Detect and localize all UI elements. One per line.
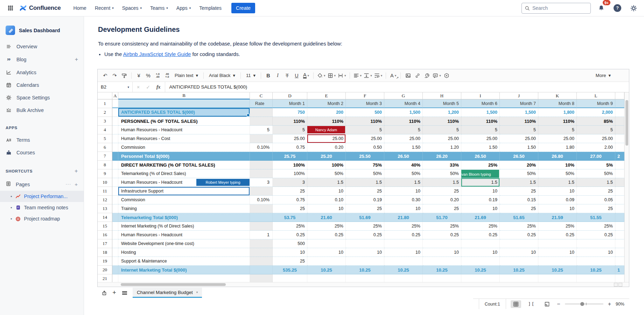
create-button[interactable]: Create	[231, 3, 255, 13]
nav-spaces[interactable]: Spaces▾	[119, 2, 145, 14]
sheet-cell[interactable]	[615, 239, 624, 248]
sheet-cell[interactable]	[615, 257, 624, 266]
sheet-cell[interactable]: 1.5	[307, 178, 346, 187]
sheet-cell[interactable]: 10.25	[384, 266, 423, 274]
sheet-cell[interactable]: 25%	[538, 222, 577, 231]
column-header[interactable]: G	[384, 92, 423, 99]
cancel-edit-icon[interactable]: ×	[137, 84, 140, 90]
sheet-cell[interactable]: 1.50	[500, 143, 538, 152]
zoom-slider-thumb[interactable]	[580, 302, 584, 306]
sheet-cell[interactable]: 10	[538, 248, 577, 257]
insert-link-icon[interactable]	[413, 71, 422, 80]
vertical-align-icon[interactable]: ▾	[363, 71, 373, 80]
settings-button[interactable]	[628, 2, 639, 14]
sheet-cell[interactable]	[615, 248, 624, 257]
selected-cell[interactable]: ANTICIPATED SALES TOTAL $(000)	[118, 108, 250, 117]
sheet-cell[interactable]: Human Resources - Cost	[118, 134, 250, 143]
text-color-icon[interactable]: A▾	[301, 71, 311, 80]
sheet-cell[interactable]: Rate	[250, 99, 273, 108]
sheet-cell[interactable]: Month 1	[273, 99, 307, 108]
sheet-cell[interactable]: 0.25	[273, 231, 307, 239]
sheet-cell[interactable]: 0.25	[346, 231, 384, 239]
sheet-cell[interactable]: 10	[384, 248, 423, 257]
sheet-cell[interactable]	[250, 274, 273, 282]
sheet-cell[interactable]: Month 3	[346, 99, 384, 108]
sheet-cell[interactable]	[423, 257, 461, 266]
sheet-cell[interactable]: 25%	[461, 161, 500, 169]
sheet-cell[interactable]: 50%	[500, 169, 538, 178]
sheet-cell[interactable]: Internet Marketing (% of Direct Sales)	[118, 222, 250, 231]
sheet-cell[interactable]	[250, 161, 273, 169]
sheet-cell[interactable]: DIRECT MARKETING (% OF TOTAL SALES)	[118, 161, 250, 169]
currency-format-icon[interactable]: ¥	[134, 71, 144, 80]
sheet-cell[interactable]: 50%	[307, 169, 346, 178]
sidebar-item-blog[interactable]: ” Blog +	[0, 53, 84, 66]
sheet-cell[interactable]: 110%	[346, 117, 384, 126]
sheet-cell[interactable]	[112, 99, 118, 108]
sheet-cell[interactable]: 51.70	[423, 213, 461, 222]
app-switcher-icon[interactable]	[5, 2, 16, 14]
sheet-cell[interactable]: Month 8	[538, 99, 577, 108]
sheet-cell[interactable]: 25	[273, 204, 307, 213]
row-header[interactable]: 2	[98, 108, 112, 117]
sheet-cell[interactable]: Month 9	[577, 99, 615, 108]
sheet-cell[interactable]: 5	[500, 126, 538, 134]
sheet-cell[interactable]	[307, 257, 346, 266]
horizontal-align-icon[interactable]: ▾	[352, 71, 363, 80]
sheet-cell[interactable]: 50%	[384, 169, 423, 178]
sheet-cell[interactable]: 25	[273, 187, 307, 196]
sheet-cell[interactable]: 25.75	[273, 152, 307, 161]
sheet-cell[interactable]: 1.50	[461, 143, 500, 152]
row-header[interactable]: 9	[98, 169, 112, 178]
sheet-cell[interactable]: 110%	[500, 117, 538, 126]
row-header[interactable]: 12	[98, 196, 112, 204]
sheet-cell[interactable]: 25	[346, 187, 384, 196]
sheet-cell[interactable]: 10%	[538, 161, 577, 169]
number-format-dropdown[interactable]: Plain text▾	[172, 71, 201, 80]
sheet-cell[interactable]: 1,800	[538, 108, 577, 117]
sheet-cell[interactable]: 25%	[307, 222, 346, 231]
row-header[interactable]: 8	[98, 161, 112, 169]
column-header[interactable]: C	[250, 92, 273, 99]
sheet-cell[interactable]	[250, 108, 273, 117]
insert-image-icon[interactable]	[403, 71, 413, 80]
horizontal-scrollbar[interactable]	[98, 282, 629, 287]
sheet-cell[interactable]	[500, 239, 538, 248]
sheet-cell[interactable]	[423, 239, 461, 248]
sheet-cell[interactable]: 5	[250, 126, 273, 134]
sheet-cell[interactable]: Hosting	[118, 248, 250, 257]
sheet-cell[interactable]: 750	[273, 108, 307, 117]
sheet-cell[interactable]: 5%	[577, 161, 615, 169]
sheet-cell[interactable]: 0.75	[273, 196, 307, 204]
sheet-cell[interactable]	[615, 117, 624, 126]
sheet-cell[interactable]	[112, 248, 118, 257]
sheet-cell[interactable]: PERSONNEL (% OF TOTAL SALES)	[118, 117, 250, 126]
sheet-cell[interactable]	[615, 204, 624, 213]
sheet-cell[interactable]	[615, 134, 624, 143]
sheet-cell[interactable]: 25.00	[423, 134, 461, 143]
sheet-cell[interactable]: 10	[273, 248, 307, 257]
column-header[interactable]: D	[273, 92, 307, 99]
sheet-cell[interactable]	[112, 266, 118, 274]
sheet-cell[interactable]	[500, 274, 538, 282]
sheet-cell[interactable]	[615, 187, 624, 196]
row-header[interactable]: 17	[98, 239, 112, 248]
borders-icon[interactable]: ▾	[327, 71, 337, 80]
sheet-cell[interactable]: 1.80	[538, 143, 577, 152]
sheet-cell[interactable]	[112, 239, 118, 248]
sheet-cell[interactable]: 21.69	[461, 213, 500, 222]
sheet-cell[interactable]: 10	[307, 248, 346, 257]
sheet-cell[interactable]: 10.25	[538, 266, 577, 274]
bold-icon[interactable]: B	[264, 71, 273, 80]
sheet-cell[interactable]: 5	[577, 126, 615, 134]
row-header[interactable]: 13	[98, 204, 112, 213]
sheet-cell[interactable]: 5	[538, 126, 577, 134]
sheet-cell[interactable]	[615, 169, 624, 178]
sheet-cell[interactable]: 0.25	[538, 231, 577, 239]
sheet-cell[interactable]: 10	[538, 187, 577, 196]
sheet-cell[interactable]: 110%	[538, 117, 577, 126]
nav-templates[interactable]: Templates	[196, 2, 225, 14]
sheet-cell[interactable]: 10	[461, 248, 500, 257]
sheet-cell[interactable]: 500	[346, 108, 384, 117]
sheet-cell[interactable]: Website Development (one-time cost)	[118, 239, 250, 248]
